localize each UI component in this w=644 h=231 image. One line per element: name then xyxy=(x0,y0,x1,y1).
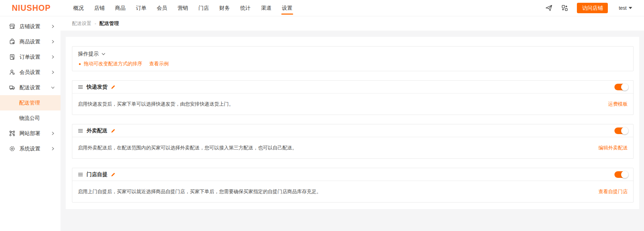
sidebar-item-label: 系统设置 xyxy=(19,146,51,152)
nav-item-shop[interactable]: 店铺 xyxy=(89,0,110,16)
tips-header[interactable]: 操作提示 xyxy=(78,51,628,57)
sidebar-subitem-delivery-management[interactable]: 配送管理 xyxy=(0,95,61,110)
goods-icon xyxy=(9,38,16,45)
sidebar-item-goods-settings[interactable]: 商品设置 xyxy=(0,34,61,49)
delivery-method-card-takeout: 外卖配送 启用外卖配送后，在配送范围内的买家可以选择外卖配送，您可以接入第三方配… xyxy=(72,124,634,159)
edit-pencil-icon[interactable] xyxy=(111,128,116,133)
card-body: 启用上门自提后，买家可以就近选择商品自提门店，买家下单后，您需要确保买家指定的自… xyxy=(72,181,633,202)
sidebar-item-label: 网站部署 xyxy=(19,130,51,137)
sidebar-item-member-settings[interactable]: 会员设置 xyxy=(0,65,61,80)
delivery-truck-icon xyxy=(9,84,16,91)
tip-text: 拖动可改变配送方式的排序 xyxy=(84,61,142,67)
chevron-right-icon xyxy=(51,55,55,59)
enable-toggle[interactable] xyxy=(614,171,628,178)
nav-item-statistics[interactable]: 统计 xyxy=(235,0,256,16)
sidebar-item-site-deployment[interactable]: 网站部署 xyxy=(0,126,61,141)
network-nodes-icon xyxy=(9,130,16,137)
sidebar-item-system-settings[interactable]: 系统设置 xyxy=(0,141,61,156)
top-nav: 概况 店铺 商品 订单 会员 营销 门店 财务 统计 渠道 设置 xyxy=(68,0,298,16)
tips-content: 拖动可改变配送方式的排序 查看示例 xyxy=(78,61,628,67)
chevron-down-icon xyxy=(51,85,55,90)
edit-pencil-icon[interactable] xyxy=(111,84,116,90)
sidebar-item-label: 配送设置 xyxy=(19,84,51,91)
chevron-right-icon xyxy=(51,40,55,44)
card-header: 外卖配送 xyxy=(72,124,633,137)
chevron-right-icon xyxy=(51,24,55,28)
card-header: 门店自提 xyxy=(72,168,633,181)
drag-handle-icon[interactable] xyxy=(78,172,83,177)
chevron-right-icon xyxy=(51,131,55,135)
toggle-knob xyxy=(621,127,628,134)
nav-item-stores[interactable]: 门店 xyxy=(193,0,214,16)
delivery-method-card-pickup: 门店自提 启用上门自提后，买家可以就近选择商品自提门店，买家下单后，您需要确保买… xyxy=(72,168,634,203)
chevron-right-icon xyxy=(51,147,55,151)
bullet-dot xyxy=(79,63,81,65)
freight-template-link[interactable]: 运费模板 xyxy=(608,101,628,107)
main-panel: 操作提示 拖动可改变配送方式的排序 查看示例 快递发货 启用快递发货后，买家下单… xyxy=(66,37,639,209)
card-description: 启用上门自提后，买家可以就近选择商品自提门店，买家下单后，您需要确保买家指定的自… xyxy=(78,189,321,195)
switch-icon[interactable] xyxy=(561,5,568,11)
card-title: 门店自提 xyxy=(87,171,107,178)
user-menu[interactable]: test xyxy=(619,5,632,11)
breadcrumb-separator: - xyxy=(95,21,96,26)
sidebar-item-label: 会员设置 xyxy=(19,69,51,76)
enable-toggle[interactable] xyxy=(614,84,628,90)
order-icon xyxy=(9,53,16,60)
nav-item-overview[interactable]: 概况 xyxy=(68,0,89,16)
user-name: test xyxy=(619,5,627,11)
card-title: 快递发货 xyxy=(87,84,107,90)
view-pickup-stores-link[interactable]: 查看自提门店 xyxy=(598,189,628,195)
visit-shop-button[interactable]: 访问店铺 xyxy=(577,3,608,13)
nav-item-members[interactable]: 会员 xyxy=(152,0,172,16)
breadcrumb: 配送设置 - 配送管理 xyxy=(61,16,644,31)
brand-logo[interactable]: NIUSHOP xyxy=(12,3,51,13)
sidebar-subitem-logistics-company[interactable]: 物流公司 xyxy=(0,110,61,126)
gear-icon xyxy=(9,145,16,152)
nav-item-finance[interactable]: 财务 xyxy=(214,0,235,16)
sidebar: 店铺设置 商品设置 订单设置 xyxy=(0,16,61,231)
top-bar-right: 访问店铺 test xyxy=(545,3,632,13)
sidebar-item-delivery-settings[interactable]: 配送设置 xyxy=(0,80,61,95)
top-bar: NIUSHOP 概况 店铺 商品 订单 会员 营销 门店 财务 统计 渠道 设置… xyxy=(0,0,644,16)
sidebar-item-label: 订单设置 xyxy=(19,54,51,60)
sidebar-item-shop-settings[interactable]: 店铺设置 xyxy=(0,19,61,34)
chevron-down-icon xyxy=(629,7,632,9)
breadcrumb-parent[interactable]: 配送设置 xyxy=(72,20,91,27)
nav-item-channels[interactable]: 渠道 xyxy=(256,0,277,16)
storefront-icon xyxy=(9,23,16,30)
drag-handle-icon[interactable] xyxy=(78,129,83,133)
toggle-knob xyxy=(621,83,628,91)
card-description: 启用外卖配送后，在配送范围内的买家可以选择外卖配送，您可以接入第三方配送，也可以… xyxy=(78,145,297,151)
delivery-method-card-express: 快递发货 启用快递发货后，买家下单可以选择快递发货，由您安排快递送货上门。 运费… xyxy=(72,80,634,115)
nav-item-orders[interactable]: 订单 xyxy=(131,0,152,16)
drag-handle-icon[interactable] xyxy=(78,85,83,89)
edit-takeout-delivery-link[interactable]: 编辑外卖配送 xyxy=(598,145,628,151)
member-icon xyxy=(9,69,16,76)
toggle-knob xyxy=(621,171,628,178)
breadcrumb-current: 配送管理 xyxy=(99,20,119,27)
send-icon[interactable] xyxy=(545,5,553,11)
sidebar-item-label: 商品设置 xyxy=(19,39,51,45)
chevron-right-icon xyxy=(51,70,55,74)
edit-pencil-icon[interactable] xyxy=(111,172,116,177)
chevron-down-icon xyxy=(101,52,106,56)
nav-item-goods[interactable]: 商品 xyxy=(110,0,131,16)
card-header: 快递发货 xyxy=(72,81,633,93)
sidebar-item-order-settings[interactable]: 订单设置 xyxy=(0,49,61,65)
tips-title: 操作提示 xyxy=(78,51,99,57)
card-description: 启用快递发货后，买家下单可以选择快递发货，由您安排快递送货上门。 xyxy=(78,101,234,107)
card-body: 启用快递发货后，买家下单可以选择快递发货，由您安排快递送货上门。 运费模板 xyxy=(72,93,633,115)
sidebar-item-label: 店铺设置 xyxy=(19,23,51,30)
nav-item-marketing[interactable]: 营销 xyxy=(172,0,193,16)
tips-box: 操作提示 拖动可改变配送方式的排序 查看示例 xyxy=(72,46,634,71)
card-body: 启用外卖配送后，在配送范围内的买家可以选择外卖配送，您可以接入第三方配送，也可以… xyxy=(72,137,633,158)
nav-item-settings[interactable]: 设置 xyxy=(277,0,298,16)
view-example-link[interactable]: 查看示例 xyxy=(149,61,169,67)
enable-toggle[interactable] xyxy=(614,127,628,134)
card-title: 外卖配送 xyxy=(87,127,107,134)
